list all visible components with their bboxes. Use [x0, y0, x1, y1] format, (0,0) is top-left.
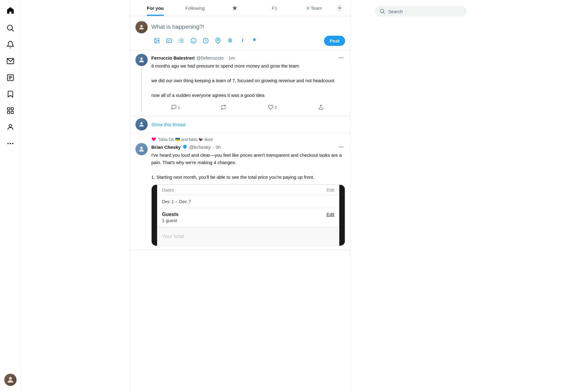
tweet-card-2: Tobia DA 🇺🇦 and fabio 🐦‍⬛ liked: [131, 133, 350, 250]
embedded-card: Dates Edit Dec 1 – Dec 7: [151, 185, 345, 246]
svg-point-17: [140, 25, 142, 27]
tweet-1-actions: 1: [151, 103, 345, 112]
like-indicator: Tobia DA 🇺🇦 and fabio 🐦‍⬛ liked: [135, 136, 345, 143]
svg-line-1: [12, 29, 14, 31]
compose-input[interactable]: What is happening?!: [151, 20, 345, 33]
phone-left-bar: [152, 185, 157, 246]
svg-point-11: [9, 124, 12, 127]
tweet-2-dot: ·: [212, 145, 214, 150]
tweet-2-author-handle[interactable]: @bchesky: [189, 145, 211, 150]
tweet-1-dot: ·: [225, 55, 227, 60]
more-nav-icon[interactable]: [3, 136, 18, 151]
svg-rect-7: [7, 108, 10, 110]
top-nav: For you Following F1 X Team: [131, 0, 350, 16]
tweet-1-avatar-col: [135, 54, 148, 112]
compose-right: What is happening?! GIF: [151, 20, 345, 46]
user-avatar[interactable]: [4, 374, 17, 386]
tab-sparkle[interactable]: [215, 0, 255, 16]
tweet-1-retweet-action[interactable]: [200, 103, 249, 112]
card-dates-value: Dec 1 – Dec 7: [162, 199, 334, 204]
compose-avatar: [135, 21, 148, 33]
tweet-2-avatar[interactable]: [135, 143, 148, 155]
compose-italic-icon[interactable]: I: [237, 35, 248, 46]
tweet-1-like-count: 2: [275, 105, 277, 110]
svg-point-25: [179, 39, 179, 40]
tweet-1-share-action[interactable]: [297, 103, 345, 112]
card-total-label: Your total: [162, 233, 334, 240]
compose-emoji-icon[interactable]: [188, 35, 199, 46]
communities-nav-icon[interactable]: [3, 103, 18, 118]
tweet-2-user-row: Brian Chesky @bchesky · 3h: [151, 143, 345, 151]
tweet-1-thread-line: [141, 67, 142, 112]
messages-nav-icon[interactable]: [3, 54, 18, 68]
svg-point-41: [341, 147, 342, 148]
search-bar-icon: [380, 9, 385, 14]
tweet-2-body: Brian Chesky @bchesky · 3h: [151, 143, 345, 246]
tweet-1-author-handle[interactable]: @0xferruccio: [197, 55, 224, 60]
sidebar: [0, 0, 21, 392]
tweet-1-author-name[interactable]: Ferruccio Balestreri: [151, 55, 195, 60]
like-indicator-text: Tobia DA 🇺🇦 and fabio 🐦‍⬛ liked: [158, 137, 213, 142]
compose-bold-icon[interactable]: B: [225, 35, 236, 46]
tweet-2-more-button[interactable]: [337, 143, 345, 151]
show-thread-link[interactable]: Show this thread: [151, 122, 186, 127]
tweet-1-user-info: Ferruccio Balestreri @0xferruccio · 1m: [151, 55, 235, 60]
notifications-nav-icon[interactable]: [3, 37, 18, 52]
tweet-1-reply-action[interactable]: 1: [151, 103, 200, 112]
lists-nav-icon[interactable]: [3, 70, 18, 85]
svg-point-29: [193, 40, 193, 40]
svg-rect-8: [11, 108, 13, 110]
compose-toolbar: GIF: [151, 35, 345, 46]
svg-rect-10: [11, 111, 13, 114]
settings-nav-icon[interactable]: [334, 0, 345, 16]
svg-point-35: [341, 57, 342, 58]
tweet-1-more-button[interactable]: [337, 54, 345, 62]
svg-point-14: [12, 143, 13, 144]
search-nav-icon[interactable]: [3, 21, 18, 35]
post-button[interactable]: Post: [324, 36, 345, 46]
tweet-1-text: 8 months ago we had pressure to spend mo…: [151, 62, 345, 99]
svg-point-13: [9, 143, 11, 144]
show-thread-row: Show this thread: [131, 116, 350, 133]
card-guests-edit-link[interactable]: Edit: [326, 212, 334, 217]
home-icon[interactable]: [3, 3, 18, 18]
bookmarks-nav-icon[interactable]: [3, 87, 18, 101]
compose-schedule-icon[interactable]: [200, 35, 211, 46]
svg-point-30: [194, 40, 195, 40]
right-column: Search: [350, 0, 473, 392]
tweet-2-text: I've heard you loud and clear—you feel l…: [151, 152, 345, 181]
search-bar-label: Search: [388, 9, 403, 14]
card-guests-label: Guests: [162, 212, 179, 217]
tab-f1[interactable]: F1: [255, 0, 294, 16]
svg-point-19: [156, 39, 157, 40]
svg-point-27: [179, 42, 179, 43]
svg-point-16: [339, 7, 341, 9]
svg-point-28: [191, 38, 196, 43]
card-guests-row: Guests 1 guest Edit: [157, 208, 339, 227]
tab-for-you[interactable]: For you: [135, 0, 175, 16]
card-header-blur: Dates Edit: [157, 185, 339, 195]
tab-following[interactable]: Following: [175, 0, 215, 16]
svg-text:GIF: GIF: [167, 40, 170, 42]
compose-image-icon[interactable]: [151, 35, 162, 46]
svg-point-0: [7, 25, 12, 30]
search-bar[interactable]: Search: [375, 6, 466, 16]
tab-xteam[interactable]: X Team: [294, 0, 334, 16]
svg-point-33: [140, 57, 143, 60]
svg-point-12: [7, 143, 9, 144]
svg-point-32: [217, 39, 219, 41]
tweet-1-like-action[interactable]: 2: [248, 103, 297, 112]
tweet-2-author-name[interactable]: Brian Chesky: [151, 145, 181, 150]
tweet-1-avatar[interactable]: [135, 54, 148, 66]
svg-rect-9: [7, 111, 10, 114]
compose-location-icon[interactable]: [212, 35, 223, 46]
center-column: For you Following F1 X Team: [130, 0, 350, 392]
tweet-2-time: 3h: [215, 145, 221, 150]
profile-nav-icon[interactable]: [3, 120, 18, 134]
compose-ai-icon[interactable]: [249, 35, 260, 46]
svg-point-42: [342, 147, 343, 148]
compose-list-icon[interactable]: [176, 35, 187, 46]
tweet-1-user-row: Ferruccio Balestreri @0xferruccio · 1m: [151, 54, 345, 62]
card-dates-row: Dec 1 – Dec 7: [157, 195, 339, 208]
compose-gif-icon[interactable]: GIF: [164, 35, 175, 46]
